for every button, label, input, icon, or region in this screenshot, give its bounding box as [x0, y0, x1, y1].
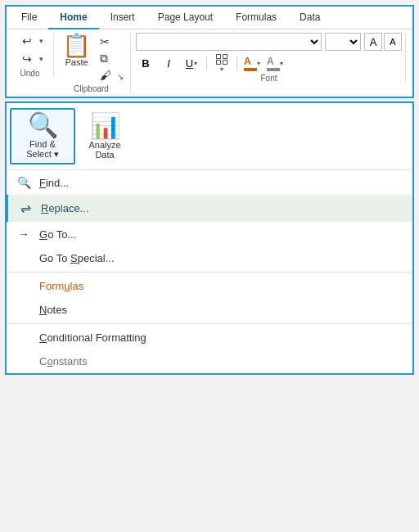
menu-item-find[interactable]: 🔍 Find...	[7, 170, 412, 195]
menu-item-formulas-text: Formulas	[39, 280, 83, 292]
find-icon: 🔍	[16, 176, 31, 189]
font-group-label: Font	[136, 74, 402, 83]
menu-item-formulas[interactable]: Formulas	[7, 274, 412, 298]
menu-item-replace[interactable]: ⇌ Replace...	[7, 195, 412, 222]
goto-arrow-icon: →	[16, 228, 31, 241]
icon-row: 🔍 Find &Select ▾ 📊 Analyze Data	[7, 103, 412, 170]
menu-item-constants[interactable]: Constants	[7, 349, 412, 373]
menu-divider-1	[7, 272, 412, 273]
undo-group: ↩ ▾ ↪ ▾ Undo	[13, 33, 54, 78]
ribbon-content-area: ↩ ▾ ↪ ▾ Undo 📋 Paste ✂ ⧉ 🖌	[7, 29, 412, 93]
redo-button[interactable]: ↪	[16, 51, 38, 67]
undo-button[interactable]: ↩	[16, 33, 38, 49]
ribbon: File Home Insert Page Layout Formulas Da…	[5, 5, 414, 98]
menu-item-constants-text: Constants	[39, 355, 88, 367]
analyze-data-icon: 📊	[90, 114, 120, 138]
undo-group-label: Undo	[20, 69, 40, 78]
find-select-dropdown: 🔍 Find... ⇌ Replace... → Go To... Go To …	[7, 170, 412, 373]
decrease-font-size-button[interactable]: A	[384, 33, 402, 51]
replace-icon: ⇌	[18, 201, 33, 216]
tab-home[interactable]: Home	[48, 7, 98, 29]
tab-insert[interactable]: Insert	[99, 7, 146, 29]
font-format-row: B I U ▾ ▾	[136, 54, 402, 72]
find-select-icon: 🔍	[28, 113, 58, 138]
tab-page-layout[interactable]: Page Layout	[146, 7, 224, 29]
undo-redo-buttons: ↩ ▾ ↪ ▾	[16, 33, 43, 67]
bold-button[interactable]: B	[136, 54, 155, 72]
fill-color-button[interactable]: A ▾	[242, 54, 262, 72]
undo-row: ↩ ▾	[16, 33, 43, 49]
tab-data[interactable]: Data	[288, 7, 331, 29]
redo-dropdown-arrow[interactable]: ▾	[39, 55, 43, 63]
clipboard-small-icons: ✂ ⧉ 🖌	[97, 33, 114, 83]
tab-formulas[interactable]: Formulas	[224, 7, 288, 29]
find-select-label: Find &Select ▾	[26, 139, 59, 160]
italic-button[interactable]: I	[159, 54, 178, 72]
font-name-select[interactable]	[136, 33, 322, 51]
underline-button[interactable]: U ▾	[182, 54, 201, 72]
redo-row: ↪ ▾	[16, 51, 43, 67]
font-group: A A B I U ▾	[136, 33, 406, 83]
clipboard-group-label: Clipboard	[74, 84, 109, 93]
analyze-data-label: Analyze Data	[80, 140, 129, 160]
increase-font-size-button[interactable]: A	[364, 33, 382, 51]
menu-item-goto-text: Go To...	[39, 228, 76, 241]
paste-label: Paste	[65, 57, 88, 67]
borders-button[interactable]: ▾	[212, 54, 232, 72]
menu-item-replace-text: Replace...	[41, 202, 89, 214]
paste-button[interactable]: 📋 Paste	[59, 33, 94, 83]
find-select-button[interactable]: 🔍 Find &Select ▾	[10, 108, 75, 165]
font-size-buttons: A A	[364, 33, 402, 51]
font-color-button[interactable]: A ▾	[265, 54, 285, 72]
font-selects: A A	[136, 33, 402, 51]
menu-item-find-text: Find...	[39, 177, 69, 189]
separator	[206, 56, 207, 70]
menu-item-goto-special[interactable]: Go To Special...	[7, 246, 412, 270]
font-size-select[interactable]	[325, 33, 361, 51]
tab-file[interactable]: File	[10, 7, 48, 29]
clipboard-group: 📋 Paste ✂ ⧉ 🖌 ↘ Clipboard	[59, 33, 131, 93]
menu-item-goto[interactable]: → Go To...	[7, 222, 412, 246]
menu-item-notes-text: Notes	[39, 304, 67, 316]
menu-item-goto-special-text: Go To Special...	[39, 252, 115, 264]
format-painter-icon[interactable]: 🖌	[97, 68, 114, 83]
clipboard-expand-button[interactable]: ↘	[117, 33, 124, 83]
cut-icon[interactable]: ✂	[97, 34, 114, 49]
undo-dropdown-arrow[interactable]: ▾	[39, 37, 43, 45]
paste-icon: 📋	[62, 34, 91, 57]
separator2	[237, 56, 237, 70]
copy-icon[interactable]: ⧉	[97, 51, 114, 66]
menu-item-conditional-formatting[interactable]: Conditional Formatting	[7, 326, 412, 349]
analyze-data-button[interactable]: 📊 Analyze Data	[75, 108, 134, 165]
menu-item-conditional-formatting-text: Conditional Formatting	[39, 331, 146, 344]
menu-divider-2	[7, 323, 412, 324]
menu-item-notes[interactable]: Notes	[7, 298, 412, 322]
clipboard-inner: 📋 Paste ✂ ⧉ 🖌 ↘	[59, 33, 124, 83]
tab-bar: File Home Insert Page Layout Formulas Da…	[7, 7, 412, 29]
lower-panel: 🔍 Find &Select ▾ 📊 Analyze Data 🔍 Find..…	[5, 101, 414, 375]
